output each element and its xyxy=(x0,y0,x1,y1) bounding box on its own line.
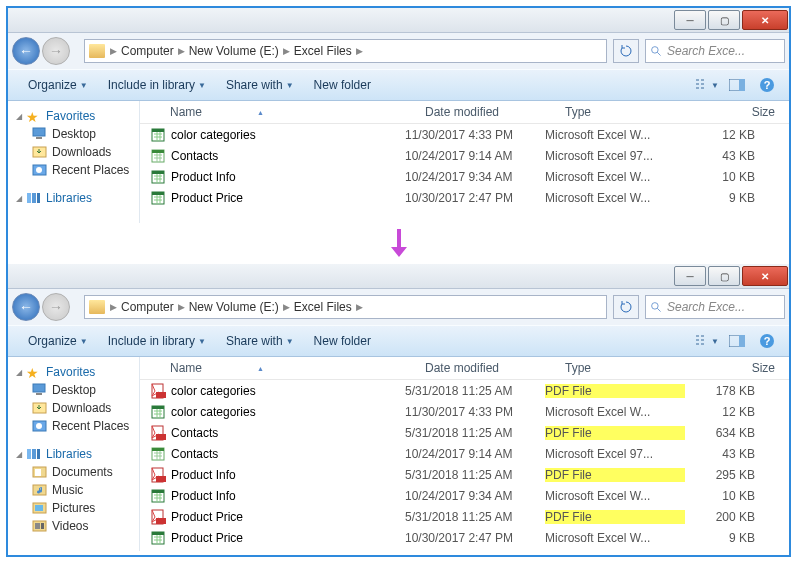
forward-button[interactable]: → xyxy=(42,37,70,65)
breadcrumb-item[interactable]: Computer xyxy=(118,296,177,318)
minimize-button[interactable]: ─ xyxy=(674,10,706,30)
svg-rect-16 xyxy=(152,150,164,153)
share-menu[interactable]: Share with ▼ xyxy=(216,334,304,348)
preview-pane-button[interactable] xyxy=(725,76,749,94)
search-input[interactable]: Search Exce... xyxy=(645,39,785,63)
file-date: 10/24/2017 9:34 AM xyxy=(405,170,545,184)
favorites-header[interactable]: ◢★Favorites xyxy=(10,107,137,125)
sidebar-item-videos[interactable]: Videos xyxy=(10,517,137,535)
breadcrumb-item[interactable]: Excel Files xyxy=(291,296,355,318)
search-input[interactable]: Search Exce... xyxy=(645,295,785,319)
file-row[interactable]: Contacts5/31/2018 11:25 AMPDF File634 KB xyxy=(140,422,789,443)
libraries-header[interactable]: ◢Libraries xyxy=(10,445,137,463)
xls-icon xyxy=(150,446,166,462)
breadcrumb[interactable]: ▶Computer▶New Volume (E:)▶Excel Files▶ xyxy=(84,39,607,63)
svg-rect-45 xyxy=(152,406,164,409)
svg-rect-2 xyxy=(739,79,745,91)
svg-rect-55 xyxy=(156,518,166,524)
help-button[interactable]: ? xyxy=(755,332,779,350)
breadcrumb-item[interactable]: New Volume (E:) xyxy=(186,296,282,318)
file-row[interactable]: Product Info10/24/2017 9:34 AMMicrosoft … xyxy=(140,166,789,187)
file-name: color categories xyxy=(171,384,256,398)
forward-button[interactable]: → xyxy=(42,293,70,321)
svg-rect-47 xyxy=(156,434,166,440)
svg-rect-10 xyxy=(27,193,31,203)
maximize-button[interactable]: ▢ xyxy=(708,266,740,286)
file-row[interactable]: Contacts10/24/2017 9:14 AMMicrosoft Exce… xyxy=(140,145,789,166)
help-button[interactable]: ? xyxy=(755,76,779,94)
file-row[interactable]: color categories11/30/2017 4:33 PMMicros… xyxy=(140,401,789,422)
file-type: Microsoft Excel W... xyxy=(545,531,685,545)
libraries-header[interactable]: ◢Libraries xyxy=(10,189,137,207)
file-type: Microsoft Excel 97... xyxy=(545,149,685,163)
file-name: Product Price xyxy=(171,531,243,545)
xlsx-icon xyxy=(150,530,166,546)
close-button[interactable]: ✕ xyxy=(742,266,788,286)
minimize-button[interactable]: ─ xyxy=(674,266,706,286)
favorites-header[interactable]: ◢★Favorites xyxy=(10,363,137,381)
sidebar-item-downloads[interactable]: Downloads xyxy=(10,399,137,417)
organize-menu[interactable]: Organize ▼ xyxy=(18,334,98,348)
sidebar: ◢★FavoritesDesktopDownloadsRecent Places… xyxy=(8,101,139,223)
svg-rect-23 xyxy=(739,335,745,347)
column-headers[interactable]: Name▲Date modifiedTypeSize xyxy=(140,101,789,124)
sidebar-item-documents[interactable]: Documents xyxy=(10,463,137,481)
preview-pane-button[interactable] xyxy=(725,332,749,350)
new-folder-button[interactable]: New folder xyxy=(304,78,381,92)
file-row[interactable]: Product Price10/30/2017 2:47 PMMicrosoft… xyxy=(140,527,789,548)
refresh-button[interactable] xyxy=(613,39,639,63)
sidebar-item-downloads[interactable]: Downloads xyxy=(10,143,137,161)
breadcrumb-item[interactable]: Excel Files xyxy=(291,40,355,62)
column-headers[interactable]: Name▲Date modifiedTypeSize xyxy=(140,357,789,380)
maximize-button[interactable]: ▢ xyxy=(708,10,740,30)
file-type: Microsoft Excel W... xyxy=(545,128,685,142)
view-menu[interactable]: ▼ xyxy=(695,332,719,350)
sidebar-item-pictures[interactable]: Pictures xyxy=(10,499,137,517)
refresh-button[interactable] xyxy=(613,295,639,319)
svg-rect-32 xyxy=(32,449,36,459)
back-button[interactable]: ← xyxy=(12,37,40,65)
svg-rect-20 xyxy=(152,192,164,195)
file-row[interactable]: Contacts10/24/2017 9:14 AMMicrosoft Exce… xyxy=(140,443,789,464)
svg-point-9 xyxy=(36,167,42,173)
file-row[interactable]: Product Price10/30/2017 2:47 PMMicrosoft… xyxy=(140,187,789,208)
file-row[interactable]: color categories5/31/2018 11:25 AMPDF Fi… xyxy=(140,380,789,401)
new-folder-button[interactable]: New folder xyxy=(304,334,381,348)
include-library-menu[interactable]: Include in library ▼ xyxy=(98,334,216,348)
file-type: Microsoft Excel W... xyxy=(545,191,685,205)
close-button[interactable]: ✕ xyxy=(742,10,788,30)
file-row[interactable]: color categories11/30/2017 4:33 PMMicros… xyxy=(140,124,789,145)
file-size: 43 KB xyxy=(685,447,769,461)
file-size: 12 KB xyxy=(685,128,769,142)
svg-rect-18 xyxy=(152,171,164,174)
share-menu[interactable]: Share with ▼ xyxy=(216,78,304,92)
file-size: 10 KB xyxy=(685,170,769,184)
svg-rect-38 xyxy=(35,505,43,511)
xlsx-icon xyxy=(150,404,166,420)
file-date: 5/31/2018 11:25 AM xyxy=(405,510,545,524)
sidebar-item-music[interactable]: Music xyxy=(10,481,137,499)
pdf-icon xyxy=(150,509,166,525)
back-button[interactable]: ← xyxy=(12,293,40,321)
file-row[interactable]: Product Price5/31/2018 11:25 AMPDF File2… xyxy=(140,506,789,527)
file-date: 10/24/2017 9:34 AM xyxy=(405,489,545,503)
file-row[interactable]: Product Info5/31/2018 11:25 AMPDF File29… xyxy=(140,464,789,485)
svg-rect-35 xyxy=(35,469,41,476)
breadcrumb[interactable]: ▶Computer▶New Volume (E:)▶Excel Files▶ xyxy=(84,295,607,319)
breadcrumb-item[interactable]: Computer xyxy=(118,40,177,62)
sidebar-item-desktop[interactable]: Desktop xyxy=(10,381,137,399)
xlsx-icon xyxy=(150,169,166,185)
sidebar-item-recent[interactable]: Recent Places xyxy=(10,417,137,435)
view-menu[interactable]: ▼ xyxy=(695,76,719,94)
file-row[interactable]: Product Info10/24/2017 9:34 AMMicrosoft … xyxy=(140,485,789,506)
breadcrumb-item[interactable]: New Volume (E:) xyxy=(186,40,282,62)
svg-rect-49 xyxy=(152,448,164,451)
svg-text:?: ? xyxy=(764,335,771,347)
svg-point-30 xyxy=(36,423,42,429)
sidebar-item-desktop[interactable]: Desktop xyxy=(10,125,137,143)
sidebar-item-recent[interactable]: Recent Places xyxy=(10,161,137,179)
organize-menu[interactable]: Organize ▼ xyxy=(18,78,98,92)
file-date: 11/30/2017 4:33 PM xyxy=(405,405,545,419)
include-library-menu[interactable]: Include in library ▼ xyxy=(98,78,216,92)
svg-rect-11 xyxy=(32,193,36,203)
